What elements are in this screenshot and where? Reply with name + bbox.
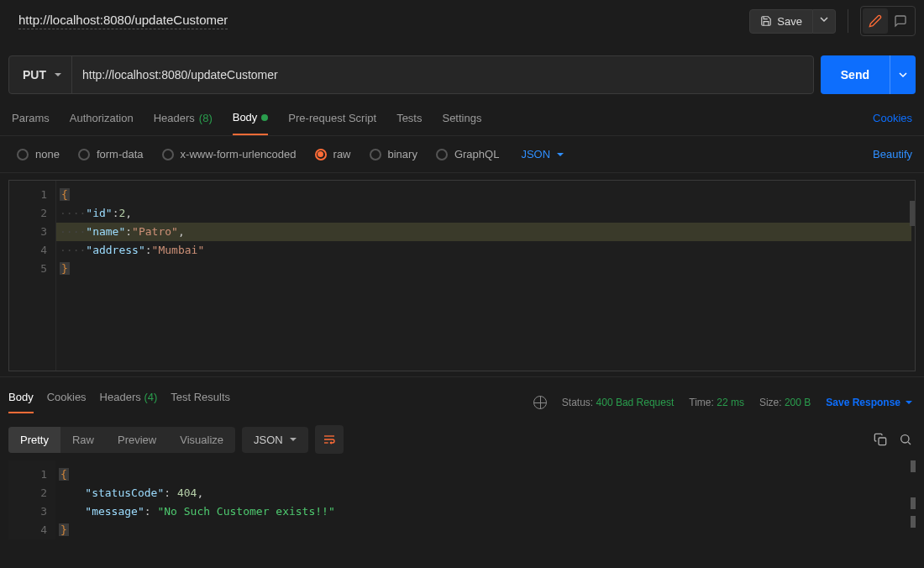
response-body-editor[interactable]: 1234 { "statusCode": 404, "message": "No… [8,460,916,539]
svg-point-3 [901,435,909,443]
line-gutter: 1234 [8,460,55,539]
response-tab-cookies[interactable]: Cookies [47,391,87,413]
svg-rect-2 [879,438,886,445]
body-type-formdata[interactable]: form-data [78,148,144,160]
separator [848,9,848,33]
search-response-button[interactable] [899,433,912,446]
response-tab-headers[interactable]: Headers (4) [100,391,158,413]
radio-icon [78,149,90,160]
radio-icon [17,149,29,160]
wrap-icon [323,433,336,446]
resp-headers-count: (4) [144,391,157,403]
view-visualize[interactable]: Visualize [168,427,235,453]
radio-label: GraphQL [454,148,499,160]
comment-icon-button[interactable] [888,8,913,34]
tab-body-label: Body [233,111,258,124]
save-response-button[interactable]: Save Response [826,397,912,408]
meta-value: 200 B [785,397,811,408]
save-label: Save [777,15,802,28]
status-meta[interactable]: Status: 400 Bad Request [562,397,674,408]
tab-settings[interactable]: Settings [442,111,481,135]
url-input[interactable] [72,56,813,93]
code-key: "message" [85,505,144,518]
scrollbar-chunk [911,516,916,528]
code-value: "No Such Customer exists!!" [157,505,334,518]
network-icon[interactable] [533,396,547,409]
body-type-binary[interactable]: binary [370,148,417,160]
body-type-urlencoded[interactable]: x-www-form-urlencoded [162,148,297,160]
cookies-link[interactable]: Cookies [873,112,912,134]
tab-headers[interactable]: Headers (8) [154,111,213,135]
radio-icon [370,149,381,160]
view-preview[interactable]: Preview [106,427,168,453]
resp-headers-label: Headers [100,391,141,403]
send-dropdown[interactable] [890,55,916,94]
meta-label: Status: [562,397,593,408]
copy-icon [874,433,887,446]
search-icon [899,433,912,446]
send-button[interactable]: Send [821,55,890,94]
edit-icon-button[interactable] [863,8,888,34]
code-value: "Patro" [132,225,178,238]
response-tab-testresults[interactable]: Test Results [171,391,230,413]
save-dropdown[interactable] [813,9,836,34]
body-type-graphql[interactable]: GraphQL [436,148,499,160]
meta-label: Size: [759,397,782,408]
save-icon [760,15,772,27]
size-meta[interactable]: Size: 200 B [759,397,811,408]
meta-value: 400 Bad Request [596,397,675,408]
tab-prerequest[interactable]: Pre-request Script [288,111,376,135]
scrollbar-chunk [911,497,916,509]
code-key: "address" [86,244,144,256]
body-format-select[interactable]: JSON [521,148,564,160]
tab-params[interactable]: Params [12,111,50,135]
request-title[interactable]: http://localhost:8080/updateCustomer [18,13,228,29]
save-button[interactable]: Save [749,9,813,34]
tab-body[interactable]: Body [233,111,269,135]
meta-label: Time: [689,397,714,408]
copy-response-button[interactable] [874,433,887,446]
code-key: "id" [86,207,112,219]
tab-headers-count: (8) [199,112,213,124]
tab-headers-label: Headers [154,112,195,124]
radio-label: form-data [97,148,144,160]
radio-label: x-www-form-urlencoded [181,148,297,160]
pencil-icon [869,14,882,28]
response-tab-body[interactable]: Body [8,391,34,413]
radio-label: binary [388,148,417,160]
body-indicator-dot [261,114,268,121]
response-format-select[interactable]: JSON [242,427,308,453]
meta-value: 22 ms [717,397,744,408]
radio-icon [162,149,174,160]
request-body-editor[interactable]: 12345 { ····"id":2, ····"name":"Patro", … [8,180,916,371]
code-value: "Mumbai" [152,244,205,256]
comment-icon [894,14,907,28]
beautify-link[interactable]: Beautify [873,148,912,160]
svg-line-4 [908,442,911,444]
code-key: "name" [86,225,125,238]
time-meta[interactable]: Time: 22 ms [689,397,744,408]
view-pretty[interactable]: Pretty [8,427,60,453]
tab-tests[interactable]: Tests [396,111,422,135]
view-raw[interactable]: Raw [60,427,106,453]
radio-icon [315,149,327,160]
tab-authorization[interactable]: Authorization [70,111,134,135]
scrollbar-chunk [911,460,916,472]
code-value: 404 [177,486,197,499]
radio-label: none [35,148,60,160]
body-type-raw[interactable]: raw [315,148,351,160]
radio-label: raw [333,148,351,160]
chevron-down-icon [899,71,907,79]
radio-icon [436,149,448,160]
code-key: "statusCode" [85,486,164,499]
chevron-down-icon [820,15,828,24]
line-gutter: 12345 [9,181,56,371]
minimap [910,201,915,226]
wrap-lines-button[interactable] [315,425,344,454]
body-type-none[interactable]: none [17,148,60,160]
method-select[interactable]: PUT [9,56,72,93]
